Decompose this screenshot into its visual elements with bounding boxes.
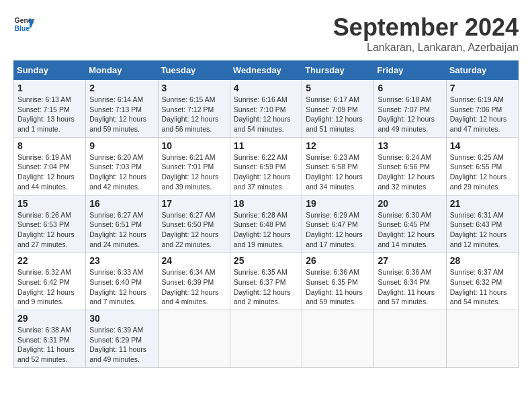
calendar-table: SundayMondayTuesdayWednesdayThursdayFrid… bbox=[13, 60, 519, 368]
day-info: Sunrise: 6:33 AM Sunset: 6:40 PM Dayligh… bbox=[89, 267, 154, 307]
day-info: Sunrise: 6:19 AM Sunset: 7:04 PM Dayligh… bbox=[17, 152, 82, 192]
calendar-cell: 1Sunrise: 6:13 AM Sunset: 7:15 PM Daylig… bbox=[14, 80, 86, 138]
day-number: 29 bbox=[17, 313, 82, 324]
day-info: Sunrise: 6:24 AM Sunset: 6:56 PM Dayligh… bbox=[378, 152, 442, 192]
day-info: Sunrise: 6:32 AM Sunset: 6:42 PM Dayligh… bbox=[17, 267, 82, 307]
day-info: Sunrise: 6:17 AM Sunset: 7:09 PM Dayligh… bbox=[306, 95, 370, 134]
day-info: Sunrise: 6:19 AM Sunset: 7:06 PM Dayligh… bbox=[450, 95, 515, 134]
calendar-cell: 30Sunrise: 6:39 AM Sunset: 6:29 PM Dayli… bbox=[86, 310, 158, 368]
day-number: 30 bbox=[89, 313, 154, 324]
calendar-cell: 22Sunrise: 6:32 AM Sunset: 6:42 PM Dayli… bbox=[14, 253, 86, 310]
month-title: September 2024 bbox=[333, 13, 519, 42]
calendar-cell: 6Sunrise: 6:18 AM Sunset: 7:07 PM Daylig… bbox=[374, 80, 446, 138]
calendar-cell: 18Sunrise: 6:28 AM Sunset: 6:48 PM Dayli… bbox=[230, 195, 302, 253]
weekday-monday: Monday bbox=[86, 61, 158, 80]
calendar-cell: 13Sunrise: 6:24 AM Sunset: 6:56 PM Dayli… bbox=[374, 137, 446, 195]
calendar-cell: 5Sunrise: 6:17 AM Sunset: 7:09 PM Daylig… bbox=[302, 80, 374, 138]
day-number: 13 bbox=[378, 140, 442, 151]
calendar-cell: 19Sunrise: 6:29 AM Sunset: 6:47 PM Dayli… bbox=[302, 195, 374, 253]
calendar-cell: 23Sunrise: 6:33 AM Sunset: 6:40 PM Dayli… bbox=[86, 253, 158, 310]
calendar-cell: 16Sunrise: 6:27 AM Sunset: 6:51 PM Dayli… bbox=[86, 195, 158, 253]
calendar-week-3: 15Sunrise: 6:26 AM Sunset: 6:53 PM Dayli… bbox=[14, 195, 519, 253]
calendar-cell: 14Sunrise: 6:25 AM Sunset: 6:55 PM Dayli… bbox=[446, 137, 518, 195]
day-number: 6 bbox=[378, 83, 442, 93]
day-info: Sunrise: 6:37 AM Sunset: 6:32 PM Dayligh… bbox=[450, 267, 515, 307]
day-number: 2 bbox=[89, 83, 154, 93]
day-number: 11 bbox=[234, 140, 298, 151]
day-info: Sunrise: 6:14 AM Sunset: 7:13 PM Dayligh… bbox=[89, 95, 154, 134]
title-area: September 2024 Lankaran, Lankaran, Azerb… bbox=[333, 13, 519, 54]
calendar-cell: 29Sunrise: 6:38 AM Sunset: 6:31 PM Dayli… bbox=[14, 310, 86, 368]
weekday-header-row: SundayMondayTuesdayWednesdayThursdayFrid… bbox=[14, 61, 519, 80]
calendar-cell: 17Sunrise: 6:27 AM Sunset: 6:50 PM Dayli… bbox=[158, 195, 230, 253]
calendar-cell: 3Sunrise: 6:15 AM Sunset: 7:12 PM Daylig… bbox=[158, 80, 230, 138]
day-info: Sunrise: 6:18 AM Sunset: 7:07 PM Dayligh… bbox=[378, 95, 442, 134]
day-number: 25 bbox=[234, 255, 298, 266]
page-header: General Blue September 2024 Lankaran, La… bbox=[13, 13, 519, 54]
calendar-cell: 7Sunrise: 6:19 AM Sunset: 7:06 PM Daylig… bbox=[446, 80, 518, 138]
day-info: Sunrise: 6:36 AM Sunset: 6:35 PM Dayligh… bbox=[306, 267, 370, 307]
weekday-sunday: Sunday bbox=[14, 61, 86, 80]
calendar-cell: 4Sunrise: 6:16 AM Sunset: 7:10 PM Daylig… bbox=[230, 80, 302, 138]
day-info: Sunrise: 6:28 AM Sunset: 6:48 PM Dayligh… bbox=[234, 210, 298, 250]
day-info: Sunrise: 6:34 AM Sunset: 6:39 PM Dayligh… bbox=[162, 267, 226, 307]
weekday-saturday: Saturday bbox=[446, 61, 518, 80]
calendar-cell: 10Sunrise: 6:21 AM Sunset: 7:01 PM Dayli… bbox=[158, 137, 230, 195]
calendar-week-2: 8Sunrise: 6:19 AM Sunset: 7:04 PM Daylig… bbox=[14, 137, 519, 195]
day-number: 27 bbox=[378, 255, 442, 266]
calendar-cell: 28Sunrise: 6:37 AM Sunset: 6:32 PM Dayli… bbox=[446, 253, 518, 310]
day-number: 18 bbox=[234, 198, 298, 209]
day-number: 20 bbox=[378, 198, 442, 209]
logo: General Blue bbox=[13, 13, 35, 35]
calendar-cell: 20Sunrise: 6:30 AM Sunset: 6:45 PM Dayli… bbox=[374, 195, 446, 253]
calendar-cell: 11Sunrise: 6:22 AM Sunset: 6:59 PM Dayli… bbox=[230, 137, 302, 195]
weekday-tuesday: Tuesday bbox=[158, 61, 230, 80]
day-info: Sunrise: 6:29 AM Sunset: 6:47 PM Dayligh… bbox=[306, 210, 370, 250]
day-number: 1 bbox=[17, 83, 82, 93]
day-info: Sunrise: 6:15 AM Sunset: 7:12 PM Dayligh… bbox=[162, 95, 226, 134]
calendar-body: 1Sunrise: 6:13 AM Sunset: 7:15 PM Daylig… bbox=[14, 80, 519, 368]
calendar-cell bbox=[230, 310, 302, 368]
day-number: 26 bbox=[306, 255, 370, 266]
day-number: 22 bbox=[17, 255, 82, 266]
day-info: Sunrise: 6:13 AM Sunset: 7:15 PM Dayligh… bbox=[17, 95, 82, 134]
day-number: 14 bbox=[450, 140, 515, 151]
calendar-cell: 26Sunrise: 6:36 AM Sunset: 6:35 PM Dayli… bbox=[302, 253, 374, 310]
calendar-cell: 15Sunrise: 6:26 AM Sunset: 6:53 PM Dayli… bbox=[14, 195, 86, 253]
calendar-cell: 2Sunrise: 6:14 AM Sunset: 7:13 PM Daylig… bbox=[86, 80, 158, 138]
weekday-thursday: Thursday bbox=[302, 61, 374, 80]
day-number: 3 bbox=[162, 83, 226, 93]
day-info: Sunrise: 6:21 AM Sunset: 7:01 PM Dayligh… bbox=[162, 152, 226, 192]
calendar-cell bbox=[302, 310, 374, 368]
day-info: Sunrise: 6:26 AM Sunset: 6:53 PM Dayligh… bbox=[17, 210, 82, 250]
day-number: 8 bbox=[17, 140, 82, 151]
day-info: Sunrise: 6:27 AM Sunset: 6:51 PM Dayligh… bbox=[89, 210, 154, 250]
day-number: 17 bbox=[162, 198, 226, 209]
day-number: 23 bbox=[89, 255, 154, 266]
calendar-cell bbox=[158, 310, 230, 368]
day-number: 21 bbox=[450, 198, 515, 209]
weekday-friday: Friday bbox=[374, 61, 446, 80]
day-number: 7 bbox=[450, 83, 515, 93]
day-number: 19 bbox=[306, 198, 370, 209]
calendar-cell: 25Sunrise: 6:35 AM Sunset: 6:37 PM Dayli… bbox=[230, 253, 302, 310]
day-number: 10 bbox=[162, 140, 226, 151]
day-info: Sunrise: 6:22 AM Sunset: 6:59 PM Dayligh… bbox=[234, 152, 298, 192]
day-number: 12 bbox=[306, 140, 370, 151]
day-info: Sunrise: 6:31 AM Sunset: 6:43 PM Dayligh… bbox=[450, 210, 515, 250]
day-info: Sunrise: 6:39 AM Sunset: 6:29 PM Dayligh… bbox=[89, 325, 154, 365]
day-info: Sunrise: 6:16 AM Sunset: 7:10 PM Dayligh… bbox=[234, 95, 298, 134]
calendar-cell: 21Sunrise: 6:31 AM Sunset: 6:43 PM Dayli… bbox=[446, 195, 518, 253]
calendar-week-4: 22Sunrise: 6:32 AM Sunset: 6:42 PM Dayli… bbox=[14, 253, 519, 310]
calendar-cell: 12Sunrise: 6:23 AM Sunset: 6:58 PM Dayli… bbox=[302, 137, 374, 195]
calendar-week-5: 29Sunrise: 6:38 AM Sunset: 6:31 PM Dayli… bbox=[14, 310, 519, 368]
calendar-week-1: 1Sunrise: 6:13 AM Sunset: 7:15 PM Daylig… bbox=[14, 80, 519, 138]
svg-text:Blue: Blue bbox=[15, 25, 30, 32]
day-number: 16 bbox=[89, 198, 154, 209]
calendar-cell bbox=[446, 310, 518, 368]
day-number: 5 bbox=[306, 83, 370, 93]
location-title: Lankaran, Lankaran, Azerbaijan bbox=[333, 42, 519, 54]
day-info: Sunrise: 6:20 AM Sunset: 7:03 PM Dayligh… bbox=[89, 152, 154, 192]
day-number: 28 bbox=[450, 255, 515, 266]
day-number: 24 bbox=[162, 255, 226, 266]
